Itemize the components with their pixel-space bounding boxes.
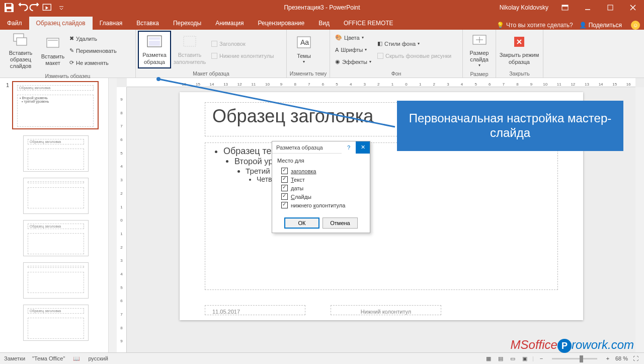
quick-access-toolbar: [0, 2, 67, 14]
layout-thumbnail[interactable]: [23, 178, 89, 214]
themes-icon: Aa: [296, 35, 312, 51]
slide-size-icon: [471, 32, 488, 48]
insert-layout-button[interactable]: Вставить макет: [39, 31, 66, 71]
delete-button[interactable]: ✖Удалить: [67, 33, 119, 44]
status-language[interactable]: русский: [88, 355, 108, 361]
horizontal-ruler[interactable]: 1615141312111098765432101234567891011121…: [127, 78, 635, 87]
checkbox-date[interactable]: даты: [277, 184, 365, 192]
redo-icon[interactable]: [29, 2, 41, 14]
tab-animations[interactable]: Анимация: [208, 17, 251, 30]
layout-thumbnail[interactable]: Образец заголовка: [23, 135, 89, 172]
user-name[interactable]: Nikolay Koldovsky: [495, 4, 553, 11]
content-placeholder[interactable]: Образец текста Второй уровень Третий уро…: [205, 142, 558, 290]
colors-button[interactable]: 🎨Цвета▾: [333, 32, 373, 43]
fit-to-window-icon[interactable]: ⛶: [631, 354, 640, 363]
tab-transitions[interactable]: Переходы: [166, 17, 208, 30]
callout-annotation: Первоначальная настройка мастер-слайда: [397, 101, 623, 151]
slideshow-view-icon[interactable]: ▣: [520, 354, 529, 363]
svg-text:Aa: Aa: [300, 38, 309, 46]
layout-thumbnail[interactable]: [23, 262, 89, 299]
effects-icon: ◉: [335, 58, 340, 65]
tell-me-search[interactable]: 💡 Что вы хотите сделать?: [497, 22, 573, 29]
cancel-button[interactable]: Отмена: [323, 217, 358, 229]
group-label-edit-theme: Изменить тему: [287, 69, 330, 78]
bg-styles-icon: ◧: [377, 40, 382, 47]
fonts-button[interactable]: AШрифты▾: [333, 44, 373, 55]
svg-rect-6: [47, 38, 59, 47]
master-layout-button[interactable]: Разметка образца: [138, 31, 171, 68]
insert-slide-master-button[interactable]: Вставить образец слайдов: [2, 31, 39, 71]
status-notes[interactable]: Заметки: [4, 355, 25, 361]
layout-thumbnail[interactable]: Образец заголовка: [23, 305, 89, 341]
title-bar: Презентация3 - PowerPoint Nikolay Koldov…: [0, 0, 644, 15]
preserve-button[interactable]: ⟳Не изменять: [67, 57, 119, 68]
watermark: MSofficeProwork.com: [511, 338, 634, 353]
dialog-title-bar[interactable]: Разметка образца ? ✕: [272, 141, 370, 154]
group-label-background: Фон: [330, 69, 462, 78]
tab-slide-master[interactable]: Образец слайдов: [29, 17, 93, 30]
layout-icon: [45, 35, 61, 51]
slide-master-icon: [13, 32, 29, 48]
window-title: Презентация3 - PowerPoint: [284, 4, 360, 11]
minimize-button[interactable]: [576, 0, 599, 15]
status-theme[interactable]: "Тема Office": [32, 355, 65, 361]
checkbox-text[interactable]: Текст: [277, 175, 365, 184]
vertical-scrollbar[interactable]: [635, 87, 644, 352]
tab-office-remote[interactable]: OFFICE REMOTE: [337, 17, 400, 30]
save-icon[interactable]: [3, 2, 15, 14]
maximize-button[interactable]: [599, 0, 621, 15]
share-button[interactable]: 👤 Поделиться: [579, 22, 622, 29]
checkbox-slides[interactable]: Слайды: [277, 192, 365, 201]
tab-file[interactable]: Файл: [0, 17, 29, 30]
rename-icon: ✎: [69, 47, 74, 54]
svg-rect-11: [184, 36, 196, 46]
close-button[interactable]: [621, 0, 644, 15]
feedback-icon[interactable]: ☺: [631, 21, 640, 30]
dialog-close-button[interactable]: ✕: [356, 141, 370, 154]
tab-view[interactable]: Вид: [311, 17, 337, 30]
tab-insert[interactable]: Вставка: [129, 17, 166, 30]
master-thumbnail[interactable]: Образец заголовка • Второй уровень • тре…: [12, 81, 99, 129]
svg-rect-10: [149, 41, 160, 46]
spellcheck-icon[interactable]: 📖: [72, 354, 81, 363]
ok-button[interactable]: ОК: [284, 217, 319, 229]
zoom-slider[interactable]: [552, 358, 597, 359]
reading-view-icon[interactable]: ▭: [508, 354, 517, 363]
vertical-ruler[interactable]: 9876543210123456789: [117, 87, 127, 352]
thumbnail-number: 1: [3, 81, 9, 129]
close-master-view-button[interactable]: Закрыть режим образца: [498, 31, 540, 68]
status-bar: Заметки "Тема Office" 📖 русский ▦ ▤ ▭ ▣ …: [0, 352, 644, 364]
svg-rect-5: [17, 38, 27, 45]
tab-home[interactable]: Главная: [93, 17, 130, 30]
svg-rect-2: [562, 5, 568, 7]
tab-review[interactable]: Рецензирование: [251, 17, 312, 30]
thumbnails-scrollbar[interactable]: [108, 78, 117, 352]
sorter-view-icon[interactable]: ▤: [496, 354, 505, 363]
start-from-beginning-icon[interactable]: [42, 2, 54, 14]
themes-button[interactable]: Aa Темы ▾: [289, 31, 319, 68]
zoom-out-button[interactable]: −: [537, 354, 546, 363]
undo-icon[interactable]: [16, 2, 28, 14]
dialog-group-label: Место для: [277, 158, 365, 164]
background-styles-button[interactable]: ◧Стили фона▾: [375, 38, 453, 49]
hide-bg-checkbox: Скрыть фоновые рисунки: [375, 50, 453, 61]
slide-size-button[interactable]: Размер слайда▾: [465, 31, 494, 69]
qat-customize-icon[interactable]: [55, 2, 67, 14]
svg-rect-3: [608, 5, 613, 10]
effects-button[interactable]: ◉Эффекты▾: [333, 56, 373, 67]
zoom-level[interactable]: 68 %: [615, 355, 628, 361]
master-layout-dialog: Разметка образца ? ✕ Место для заголовка…: [272, 141, 370, 233]
normal-view-icon[interactable]: ▦: [484, 354, 493, 363]
checkbox-footer[interactable]: нижнего колонтитула: [277, 201, 365, 209]
title-checkbox: Заголовок: [209, 38, 276, 49]
svg-rect-9: [149, 37, 160, 40]
dialog-help-button[interactable]: ?: [342, 141, 356, 154]
zoom-in-button[interactable]: +: [603, 354, 612, 363]
footer-placeholder[interactable]: Нижний колонтитул: [331, 305, 441, 315]
fonts-icon: A: [335, 47, 339, 53]
ribbon-options-icon[interactable]: [553, 0, 576, 15]
checkbox-title[interactable]: заголовка: [277, 167, 365, 175]
rename-button[interactable]: ✎Переименовать: [67, 45, 119, 56]
date-placeholder[interactable]: 11.05.2017: [205, 305, 305, 315]
layout-thumbnail[interactable]: Образец заголовка: [23, 220, 89, 256]
